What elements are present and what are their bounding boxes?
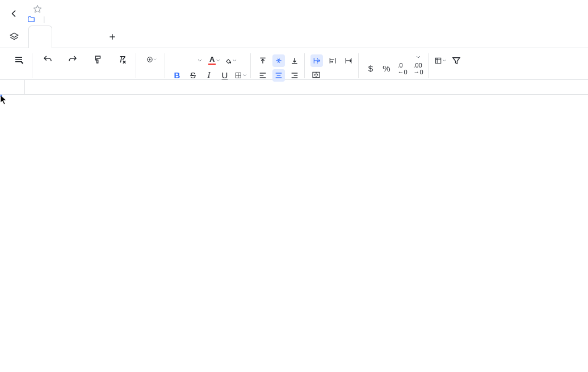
toolbar: A B S I U: [0, 48, 588, 80]
borders-button[interactable]: [234, 69, 247, 82]
tab-sheet3[interactable]: [75, 26, 98, 48]
font-size-input[interactable]: [171, 56, 205, 65]
filter-icon[interactable]: [450, 54, 463, 67]
underline-button[interactable]: U: [219, 69, 231, 82]
decrease-decimal-button[interactable]: .0←0: [396, 62, 409, 75]
wrap-overflow-button[interactable]: [310, 54, 323, 67]
valign-bottom-button[interactable]: [288, 54, 301, 67]
font-size-value[interactable]: [171, 56, 194, 65]
clear-formatting-button[interactable]: [113, 53, 132, 66]
number-format-select[interactable]: [364, 54, 423, 60]
merge-cells-button[interactable]: [310, 69, 324, 79]
menu-button[interactable]: [9, 53, 28, 66]
title-bar: |: [0, 0, 588, 26]
halign-center-button[interactable]: [272, 69, 285, 82]
valign-top-button[interactable]: [257, 54, 269, 67]
strikethrough-button[interactable]: S: [187, 69, 199, 82]
italic-button[interactable]: I: [203, 69, 215, 82]
svg-marker-0: [33, 5, 41, 12]
wrap-wrap-button[interactable]: [326, 54, 339, 67]
redo-button[interactable]: [63, 53, 82, 66]
mouse-cursor: [0, 95, 7, 105]
svg-point-12: [230, 62, 231, 63]
svg-marker-1: [10, 33, 18, 37]
halign-left-button[interactable]: [257, 69, 269, 82]
increase-decimal-button[interactable]: .00→0: [412, 62, 425, 75]
cell-reference[interactable]: [0, 80, 25, 94]
currency-button[interactable]: $: [364, 62, 377, 75]
undo-button[interactable]: [38, 53, 57, 66]
star-icon[interactable]: [33, 5, 42, 14]
separator: |: [43, 15, 45, 23]
add-to-button[interactable]: [27, 15, 37, 23]
tab-sheet1[interactable]: [28, 26, 52, 48]
wrap-clip-button[interactable]: [342, 54, 355, 67]
layers-icon[interactable]: [9, 32, 19, 42]
halign-right-button[interactable]: [288, 69, 301, 82]
sheet-tabs: [0, 26, 588, 48]
font-color-button[interactable]: A: [208, 54, 221, 67]
chevron-down-icon: [415, 54, 421, 60]
valign-middle-button[interactable]: [272, 54, 285, 67]
freeze-icon[interactable]: [434, 54, 447, 67]
tab-sheet2[interactable]: [52, 26, 75, 48]
selection-outline: [0, 95, 2, 97]
bold-button[interactable]: B: [171, 69, 183, 82]
formula-bar: [0, 80, 588, 95]
percent-button[interactable]: %: [380, 62, 393, 75]
add-sheet-icon[interactable]: [108, 32, 117, 41]
back-icon[interactable]: [8, 8, 19, 19]
paint-format-button[interactable]: [88, 53, 107, 66]
fill-color-button[interactable]: [224, 54, 237, 67]
chevron-down-icon[interactable]: [197, 58, 203, 64]
insert-button[interactable]: [142, 53, 161, 66]
